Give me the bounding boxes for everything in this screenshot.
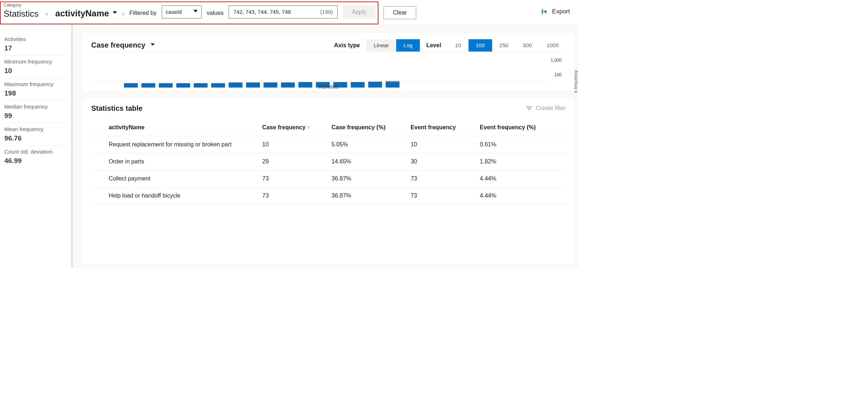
stat-mean-frequency: Mean frequency 96.76 [4, 123, 68, 146]
axis-type-toggle: Linear Log [366, 39, 420, 52]
level-100[interactable]: 100 [469, 39, 492, 52]
col-activity-name[interactable]: activityName [91, 119, 260, 136]
col-event-frequency[interactable]: Event frequency [408, 119, 477, 136]
activity-name-dropdown[interactable]: activityName [55, 8, 117, 19]
activity-name-label: activityName [55, 8, 109, 19]
stat-label: Minimum frequency [4, 58, 68, 65]
chart-bar[interactable] [211, 83, 225, 88]
chart-bar[interactable] [246, 82, 260, 88]
level-250[interactable]: 250 [492, 39, 516, 52]
cell-case-frequency: 10 [260, 136, 329, 153]
cell-event-frequency: 30 [408, 153, 477, 170]
chart-area: 1,000 100 e frequency Activities [91, 59, 566, 88]
cell-activity-name: Help load or handoff bicycle [91, 187, 260, 204]
y-axis-label: e frequency [573, 70, 578, 93]
clear-button[interactable]: Clear [383, 6, 416, 19]
y-tick: 1,000 [551, 58, 562, 63]
cell-activity-name: Request replacement for missing or broke… [91, 136, 260, 153]
stat-median-frequency: Median frequency 99 [4, 101, 68, 123]
apply-button[interactable]: Apply [343, 5, 375, 19]
level-toggle: 10 100 250 500 1000 [448, 39, 566, 52]
axis-type-log[interactable]: Log [396, 39, 420, 52]
stat-label: Count std. deviation [4, 149, 68, 155]
chart-bar[interactable] [194, 83, 208, 88]
table-title: Statistics table [91, 104, 142, 113]
table-row[interactable]: Request replacement for missing or broke… [91, 136, 566, 153]
stat-activities: Activities 17 [4, 33, 68, 56]
values-label: values [207, 10, 224, 19]
chart-bar[interactable] [281, 82, 295, 88]
cell-case-frequency-pct: 36.87% [329, 187, 408, 204]
stat-label: Median frequency [4, 103, 68, 110]
stat-std-deviation: Count std. deviation 46.99 [4, 146, 68, 168]
chevron-down-icon [151, 44, 155, 46]
stat-max-frequency: Maximum frequency 198 [4, 78, 68, 101]
cell-event-frequency-pct: 0.61% [477, 136, 566, 153]
filter-values-text: 742, 743, 744, 745, 746 [233, 9, 291, 15]
chart-title-dropdown[interactable]: Case frequency [91, 41, 155, 49]
cell-event-frequency: 10 [408, 136, 477, 153]
stat-value: 46.99 [4, 157, 68, 165]
breadcrumb-filter-region: Category Statistics › activityName › Fil… [0, 1, 378, 24]
create-filter-label: Create filter [536, 105, 566, 111]
chart-bar[interactable] [386, 81, 399, 88]
x-axis-label: Activities [318, 84, 338, 90]
chart-bar[interactable] [351, 82, 365, 88]
chevron-right-icon: › [122, 10, 124, 19]
chart-bar[interactable] [264, 82, 277, 88]
filter-field-value: caseId [166, 9, 182, 15]
level-1000[interactable]: 1000 [539, 39, 566, 52]
filter-values-input[interactable]: 742, 743, 744, 745, 746 (198) [229, 5, 338, 19]
chart-bar[interactable] [229, 82, 242, 88]
cell-event-frequency: 73 [408, 187, 477, 204]
filter-field-dropdown[interactable]: caseId [162, 5, 202, 19]
create-filter-button[interactable]: Create filter [526, 105, 566, 111]
topbar: Category Statistics › activityName › Fil… [0, 0, 579, 24]
col-event-frequency-pct[interactable]: Event frequency (%) [477, 119, 566, 136]
stat-value: 96.76 [4, 134, 68, 142]
stat-value: 10 [4, 67, 68, 75]
level-500[interactable]: 500 [516, 39, 539, 52]
cell-case-frequency-pct: 5.05% [329, 136, 408, 153]
table-header-row: activityName Case frequency ↑ Case frequ… [91, 119, 566, 136]
cell-event-frequency-pct: 4.44% [477, 187, 566, 204]
stats-table: activityName Case frequency ↑ Case frequ… [91, 119, 566, 204]
cell-case-frequency: 29 [260, 153, 329, 170]
category-breadcrumb[interactable]: Category Statistics [4, 3, 39, 19]
cell-event-frequency-pct: 1.82% [477, 153, 566, 170]
chart-bar[interactable] [141, 83, 155, 88]
table-row[interactable]: Order in parts2914.65%301.82% [91, 153, 566, 170]
stats-sidebar: Activities 17 Minimum frequency 10 Maxim… [0, 24, 73, 268]
chart-title: Case frequency [91, 41, 145, 49]
category-label: Category [4, 3, 39, 7]
main-content: Case frequency Axis type Linear Log Leve… [73, 24, 579, 268]
stat-label: Activities [4, 36, 68, 42]
chart-bar[interactable] [124, 83, 138, 88]
chart-bar[interactable] [298, 82, 312, 88]
export-button[interactable]: Export [542, 1, 576, 15]
category-value: Statistics [4, 9, 39, 19]
chart-bar[interactable] [159, 83, 173, 88]
cell-event-frequency: 73 [408, 170, 477, 187]
cell-case-frequency: 73 [260, 170, 329, 187]
export-icon [542, 8, 548, 15]
axis-type-linear[interactable]: Linear [366, 39, 396, 52]
stat-min-frequency: Minimum frequency 10 [4, 56, 68, 78]
cell-activity-name: Order in parts [91, 153, 260, 170]
chart-bar[interactable] [176, 83, 190, 88]
filter-icon [526, 106, 532, 110]
table-row[interactable]: Collect payment7336.87%734.44% [91, 170, 566, 187]
chevron-right-icon: › [44, 10, 50, 19]
axis-type-label: Axis type [334, 42, 360, 49]
cell-activity-name: Collect payment [91, 170, 260, 187]
chart-bar[interactable] [368, 81, 382, 88]
cell-event-frequency-pct: 4.44% [477, 170, 566, 187]
col-case-frequency[interactable]: Case frequency ↑ [260, 119, 329, 136]
cell-case-frequency: 73 [260, 187, 329, 204]
level-label: Level [426, 42, 441, 49]
col-case-frequency-pct[interactable]: Case frequency (%) [329, 119, 408, 136]
table-row[interactable]: Help load or handoff bicycle7336.87%734.… [91, 187, 566, 204]
stat-label: Maximum frequency [4, 81, 68, 87]
level-10[interactable]: 10 [448, 39, 469, 52]
filtered-by-label: Filtered by [129, 10, 157, 19]
